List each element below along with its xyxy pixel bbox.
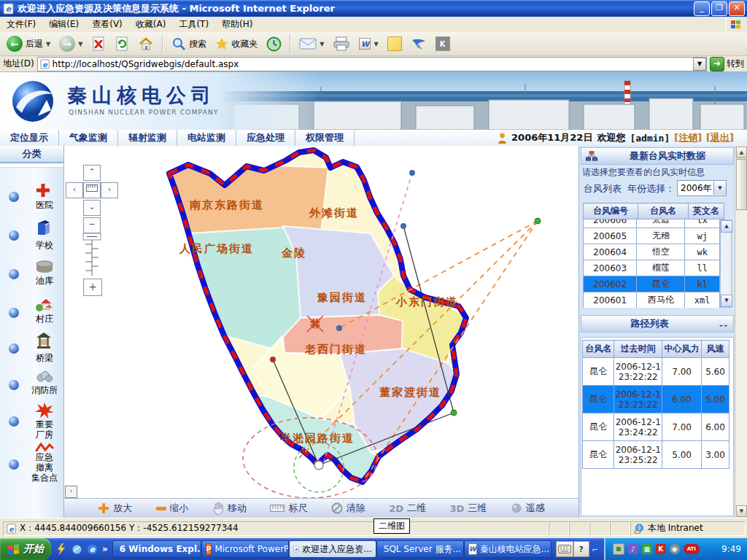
- sidebar-item-fire-station[interactable]: 消防所: [0, 369, 64, 401]
- refresh-button[interactable]: [111, 34, 133, 53]
- typhoon-row[interactable]: 200601 西马伦 xml: [584, 292, 720, 308]
- scroll-down-icon[interactable]: ▼: [736, 505, 747, 517]
- go-button[interactable]: ➜ 转到: [710, 57, 744, 71]
- edit-word-button[interactable]: W ▼: [355, 36, 382, 51]
- zoom-in-tool[interactable]: ✚ 放大: [98, 502, 132, 515]
- address-dropdown-icon[interactable]: ▼: [693, 58, 706, 71]
- close-button[interactable]: ✕: [729, 1, 745, 16]
- ati-tray-icon[interactable]: ATI: [684, 544, 700, 554]
- start-button[interactable]: 开始: [0, 538, 51, 560]
- scrollbar-thumb[interactable]: [736, 159, 747, 210]
- menu-edit[interactable]: 编辑(E): [42, 17, 85, 32]
- lightning-icon[interactable]: [55, 543, 67, 555]
- media-tray-icon[interactable]: ♪: [628, 544, 638, 554]
- zoom-in-step-button[interactable]: +: [83, 279, 102, 296]
- view-3d-tool[interactable]: 3D 三维: [450, 502, 487, 515]
- zoom-out-tool[interactable]: 缩小: [156, 502, 189, 515]
- forward-dropdown-icon[interactable]: ▼: [78, 41, 82, 47]
- layer-toggle-bullet[interactable]: [9, 192, 19, 202]
- scroll-up-icon[interactable]: ▲: [736, 147, 747, 158]
- help-tray-button[interactable]: ?: [573, 541, 589, 557]
- year-select[interactable]: 2006年 ▼: [677, 180, 727, 196]
- restore-button[interactable]: ❐: [711, 1, 727, 16]
- layer-toggle-bullet[interactable]: [9, 343, 19, 354]
- ie-quicklaunch-icon[interactable]: e: [87, 544, 98, 555]
- page-scrollbar[interactable]: ▲ ▼: [735, 146, 747, 518]
- back-button[interactable]: ← 后退▼: [3, 34, 54, 53]
- expand-panel-button[interactable]: ›: [65, 486, 77, 498]
- year-dropdown-icon[interactable]: ▼: [713, 182, 726, 195]
- menu-favorites[interactable]: 收藏(A): [129, 17, 173, 32]
- sidebar-item-bridge[interactable]: 桥梁: [0, 332, 64, 365]
- flashget-button[interactable]: [407, 36, 430, 52]
- favorites-button[interactable]: ★ 收藏夹: [212, 34, 261, 54]
- volume-tray-icon[interactable]: ◉: [670, 544, 680, 554]
- tab-location-display[interactable]: 定位显示: [0, 130, 59, 146]
- pan-left-button[interactable]: ‹: [66, 182, 83, 198]
- extent-button[interactable]: [83, 182, 101, 198]
- typhoon-row-selected[interactable]: 200602 昆仑 kl: [584, 276, 720, 292]
- forward-button[interactable]: → ▼: [55, 34, 86, 53]
- notes-button[interactable]: [384, 35, 406, 52]
- task-button-explorer-group[interactable]: 6 Windows Expl... ▼: [112, 540, 201, 558]
- kaspersky-button[interactable]: K: [432, 35, 454, 52]
- task-button-ie-active[interactable]: e 欢迎进入应急资...: [289, 540, 376, 558]
- pan-right-button[interactable]: ›: [101, 182, 118, 198]
- tab-weather-monitor[interactable]: 气象监测: [59, 130, 118, 146]
- layer-toggle-bullet[interactable]: [9, 230, 19, 241]
- collapse-chevron-icon[interactable]: ⌄⌄: [718, 320, 727, 328]
- sidebar-item-key-buildings[interactable]: 重要 厂房: [0, 402, 64, 440]
- path-list-header[interactable]: 路径列表 ⌄⌄: [581, 315, 734, 332]
- sql-tray-icon[interactable]: [613, 543, 624, 555]
- typhoon-table-scrollbar[interactable]: ▲ ▼: [720, 219, 732, 308]
- tab-station-monitor[interactable]: 电站监测: [177, 130, 236, 146]
- print-button[interactable]: [329, 35, 354, 52]
- sidebar-item-village[interactable]: 村庄: [0, 296, 64, 330]
- scroll-down-icon[interactable]: ▼: [721, 295, 732, 307]
- address-input[interactable]: e http://localhost/QSgridwebgis/default.…: [37, 57, 707, 71]
- typhoon-row[interactable]: 200604 悟空 wk: [584, 244, 720, 260]
- layer-toggle-bullet[interactable]: [9, 459, 19, 470]
- pan-down-button[interactable]: ⌄: [83, 200, 101, 216]
- menu-help[interactable]: 帮助(H): [215, 17, 259, 32]
- path-row-selected[interactable]: 昆仑 2006-12-123:23:22 6.00 5.00: [583, 386, 729, 413]
- ruler-tool[interactable]: 标尺: [270, 502, 307, 515]
- kaspersky-tray-icon[interactable]: K: [656, 544, 666, 554]
- history-button[interactable]: [263, 35, 285, 53]
- keyboard-layout-button[interactable]: [556, 541, 573, 557]
- network-tray-icon[interactable]: ▦: [642, 544, 652, 554]
- menu-file[interactable]: 文件(F): [0, 17, 42, 32]
- task-button-word-doc[interactable]: W 秦山核电站应急...: [464, 540, 551, 558]
- tab-radiation-monitor[interactable]: 辐射监测: [118, 130, 177, 146]
- minimize-button[interactable]: _: [694, 1, 710, 16]
- pan-tool[interactable]: 移动: [212, 502, 247, 515]
- menu-view[interactable]: 查看(V): [85, 17, 129, 32]
- map-canvas[interactable]: 南京东路街道 外滩街道 人民广场街道 金陵 豫园街道 小东门街道 老西门街道 董…: [64, 146, 578, 498]
- sidebar-item-assembly-point[interactable]: 应急 撤离 集合点: [0, 442, 64, 487]
- layer-toggle-bullet[interactable]: [9, 269, 19, 279]
- clock[interactable]: 9:49: [721, 544, 741, 554]
- path-row[interactable]: 昆仑 2006-12-123:22:22 7.00 5.60: [583, 358, 729, 386]
- remote-sensing-tool[interactable]: 遥感: [511, 502, 545, 515]
- sidebar-item-school[interactable]: 学校: [0, 219, 64, 252]
- path-row[interactable]: 昆仑 2006-12-123:25:22 5.00 3.00: [583, 441, 729, 469]
- layer-toggle-bullet[interactable]: [9, 308, 19, 318]
- layer-toggle-bullet[interactable]: [9, 416, 19, 427]
- scroll-up-icon[interactable]: ▲: [721, 220, 732, 233]
- edit-dropdown-icon[interactable]: ▼: [374, 41, 378, 47]
- typhoon-row[interactable]: 200603 榴莲 ll: [584, 260, 720, 276]
- back-dropdown-icon[interactable]: ▼: [46, 41, 50, 47]
- stop-button[interactable]: [88, 34, 109, 53]
- task-button-sql-server[interactable]: SQL Server 服务...: [376, 540, 464, 558]
- search-button[interactable]: 搜索: [168, 35, 210, 52]
- menu-tools[interactable]: 工具(T): [172, 17, 215, 32]
- mail-dropdown-icon[interactable]: ▼: [320, 41, 324, 47]
- typhoon-row[interactable]: 200606 太虚 tx: [584, 219, 720, 228]
- messenger-icon[interactable]: [71, 544, 82, 555]
- pan-up-button[interactable]: ⌃: [83, 165, 101, 181]
- logout-link[interactable]: [注销]: [674, 131, 702, 144]
- view-2d-tool[interactable]: 2D 二维: [389, 502, 426, 515]
- tab-permission-mgmt[interactable]: 权限管理: [295, 130, 355, 146]
- tab-emergency-handling[interactable]: 应急处理: [236, 130, 295, 146]
- zoom-slider[interactable]: [74, 233, 109, 277]
